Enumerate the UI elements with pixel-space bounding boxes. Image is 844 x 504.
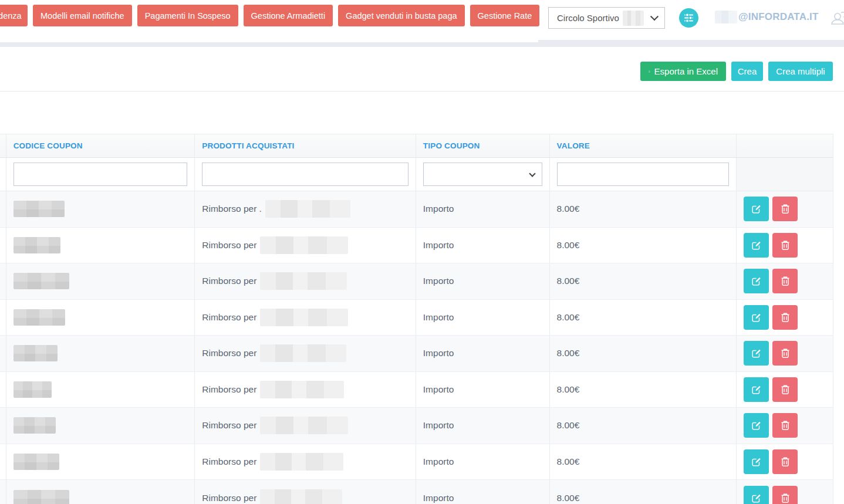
crea-multipli-button[interactable]: Crea multipli — [768, 62, 833, 81]
delete-button[interactable] — [772, 377, 798, 402]
cell-valore: 8.00€ — [550, 408, 737, 444]
redacted-product-name — [260, 489, 342, 504]
nav-button[interactable]: Modelli email notifiche — [33, 5, 132, 26]
prodotti-text: Rimborso per — [202, 240, 256, 251]
trash-icon — [781, 456, 790, 467]
club-select-dropdown[interactable]: Circolo Sportivo — [548, 7, 665, 29]
cell-hidden — [0, 336, 6, 371]
export-excel-button[interactable]: Esporta in Excel — [640, 62, 726, 81]
edit-pencil-icon — [751, 384, 762, 395]
table-header-row: CODICE COUPON PRODOTTI ACQUISTATI TIPO C… — [0, 134, 833, 158]
redacted-coupon-code — [13, 381, 52, 398]
cell-tipo-coupon: Importo — [416, 444, 550, 480]
prodotti-text: Rimborso per — [202, 493, 256, 503]
cell-codice-coupon — [6, 191, 195, 227]
valore-value: 8.00€ — [557, 204, 580, 214]
table-row: Rimborso per Importo 8.00€ — [0, 228, 833, 264]
page: ndenzaModelli email notifichePagamenti I… — [0, 0, 844, 504]
redacted-product-name — [260, 417, 348, 434]
crea-button[interactable]: Crea — [731, 62, 763, 81]
tipo-coupon-value: Importo — [423, 420, 454, 431]
redacted-coupon-code — [13, 273, 69, 289]
cell-codice-coupon — [6, 263, 195, 299]
edit-button[interactable] — [744, 377, 769, 402]
edit-button[interactable] — [744, 449, 769, 474]
cell-hidden — [0, 300, 6, 336]
delete-button[interactable] — [772, 486, 798, 504]
edit-pencil-icon — [751, 348, 762, 358]
user-profile-icon[interactable] — [829, 8, 844, 31]
nav-button[interactable]: Gestione Armadietti — [244, 5, 333, 26]
delete-button[interactable] — [772, 269, 798, 293]
column-header-valore: VALORE — [550, 134, 737, 157]
nav-button[interactable]: ndenza — [0, 5, 28, 26]
club-select-value: Circolo Sportivo — [557, 13, 619, 23]
edit-button[interactable] — [744, 486, 769, 504]
cell-actions — [737, 336, 833, 371]
nav-button[interactable]: Gadget venduti in busta paga — [338, 5, 464, 26]
cell-valore: 8.00€ — [550, 300, 737, 336]
edit-button[interactable] — [744, 341, 769, 366]
edit-button[interactable] — [744, 305, 769, 330]
trash-icon — [781, 348, 790, 358]
valore-value: 8.00€ — [557, 276, 580, 286]
redacted-product-name — [265, 200, 350, 218]
crea-multipli-label: Crea multipli — [776, 66, 825, 76]
filter-input-codice-coupon[interactable] — [13, 163, 188, 186]
edit-pencil-icon — [751, 456, 762, 467]
cell-prodotti-acquistati: Rimborso per — [195, 408, 416, 444]
prodotti-text: Rimborso per — [202, 312, 256, 323]
cell-valore: 8.00€ — [550, 191, 737, 227]
cell-prodotti-acquistati: Rimborso per — [195, 444, 416, 480]
delete-button[interactable] — [772, 341, 798, 366]
page-title-divider — [0, 91, 844, 92]
cell-actions — [737, 300, 833, 336]
cell-tipo-coupon: Importo — [416, 228, 550, 263]
filter-cell-actions — [737, 158, 833, 191]
valore-value: 8.00€ — [557, 420, 580, 431]
edit-button[interactable] — [744, 269, 769, 293]
edit-button[interactable] — [744, 197, 769, 221]
chevron-down-icon — [650, 12, 659, 21]
delete-button[interactable] — [772, 305, 798, 330]
redacted-product-name — [260, 309, 348, 326]
cell-actions — [737, 228, 833, 263]
nav-button[interactable]: Pagamenti In Sospeso — [137, 5, 238, 26]
table-filter-row — [0, 158, 833, 191]
column-header-prodotti-acquistati: PRODOTTI ACQUISTATI — [195, 134, 416, 157]
tipo-coupon-value: Importo — [423, 276, 454, 286]
cell-codice-coupon — [6, 408, 195, 444]
table-row: Rimborso per Importo 8.00€ — [0, 408, 833, 444]
header-divider-band-left — [0, 40, 538, 42]
delete-button[interactable] — [772, 449, 798, 474]
filter-input-prodotti-acquistati[interactable] — [202, 163, 409, 186]
delete-button[interactable] — [772, 233, 798, 258]
redacted-coupon-code — [13, 237, 60, 253]
table-row: Rimborso per Importo 8.00€ — [0, 444, 833, 481]
redacted-product-name — [260, 236, 348, 254]
filter-select-tipo-coupon[interactable] — [423, 163, 542, 186]
cell-actions — [737, 191, 833, 227]
cell-prodotti-acquistati: Rimborso per — [195, 300, 416, 336]
redacted-product-name — [260, 453, 343, 471]
valore-value: 8.00€ — [557, 456, 580, 467]
trash-icon — [781, 384, 790, 395]
edit-pencil-icon — [751, 493, 762, 503]
table-row: Rimborso per Importo 8.00€ — [0, 263, 833, 300]
edit-button[interactable] — [744, 233, 769, 258]
trash-icon — [781, 312, 790, 323]
valore-value: 8.00€ — [557, 384, 580, 395]
delete-button[interactable] — [772, 413, 798, 438]
valore-value: 8.00€ — [557, 348, 580, 358]
cell-hidden — [0, 408, 6, 444]
filter-input-valore[interactable] — [557, 163, 730, 186]
quick-settings-toggle[interactable] — [679, 8, 698, 28]
delete-button[interactable] — [772, 197, 798, 221]
tipo-coupon-value: Importo — [423, 312, 454, 323]
edit-button[interactable] — [744, 413, 769, 438]
nav-button[interactable]: Gestione Rate — [470, 5, 540, 26]
column-header-codice-coupon: CODICE COUPON — [6, 134, 195, 157]
user-email[interactable]: @INFORDATA.IT — [715, 11, 819, 23]
trash-icon — [781, 240, 790, 251]
cell-tipo-coupon: Importo — [416, 263, 550, 299]
